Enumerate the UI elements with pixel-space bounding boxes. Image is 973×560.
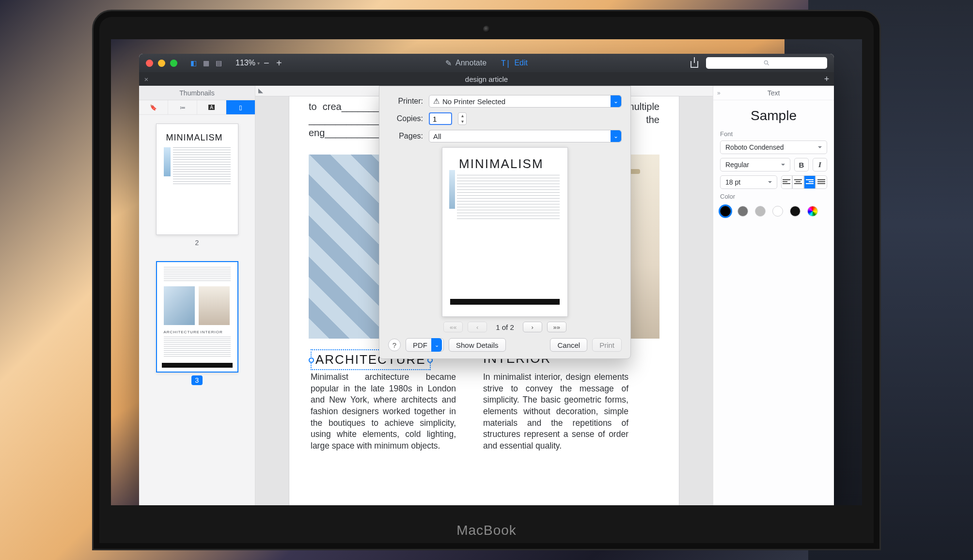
last-page-icon[interactable]: »» [547,322,566,332]
svg-point-0 [764,61,768,64]
close-tab-icon[interactable]: × [139,75,154,83]
color-section-label: Color [713,193,834,203]
dropdown-icon: ⌄ [611,95,621,107]
thumbnail-text-placeholder [164,267,231,281]
font-family-select[interactable]: Roboto Condensed [720,140,827,154]
column-text-left[interactable]: Minimalist architecture became popular i… [311,372,456,451]
zoom-window-icon[interactable] [170,60,177,67]
minimize-window-icon[interactable] [158,60,165,67]
contact-sheet-icon[interactable]: ▤ [212,58,225,68]
text-sample: Sample [713,100,834,130]
font-section-label: Font [713,130,834,140]
document-viewport[interactable]: ◣ to crea_______________________________… [255,86,713,505]
pencil-icon: ✎ [445,59,452,68]
thumbnails-title: Thumbnails [139,86,255,100]
search-input[interactable] [706,57,827,69]
collapse-inspector-icon[interactable]: » [717,90,721,96]
align-center-button[interactable] [792,175,804,189]
zoom-value[interactable]: 113% [235,59,255,67]
printer-value: No Printer Selected [442,97,505,106]
pages-value: All [433,132,441,140]
grid-view-icon[interactable]: ▦ [200,58,212,68]
edit-tool[interactable]: T| Edit [501,59,528,68]
thumbnail-page-2[interactable]: MINIMALISM 2 [156,124,238,247]
color-swatch-gray[interactable] [738,206,748,217]
pdf-menu-button[interactable]: PDF⌄ [406,338,444,352]
print-button[interactable]: Print [592,338,622,352]
search-icon [763,60,770,66]
italic-button[interactable]: I [813,158,827,171]
zoom-out-button[interactable]: − [261,58,272,69]
preview-image-placeholder [449,170,455,209]
thumbnail-image-placeholder [164,286,195,325]
color-swatch-dark[interactable] [790,206,800,217]
color-swatch-black[interactable] [720,206,731,217]
toolbar-right [690,57,834,69]
laptop-brand: MacBook [94,523,879,538]
annotations-mode-icon[interactable]: A [197,100,226,114]
inspector-panel: » Text Sample Font Roboto Condensed Regu… [713,86,834,505]
color-picker-icon[interactable] [807,206,818,217]
close-window-icon[interactable] [146,60,153,67]
cancel-button[interactable]: Cancel [550,338,587,352]
bold-button[interactable]: B [794,158,809,171]
align-left-button[interactable] [781,175,793,189]
preview-text-placeholder [457,175,560,221]
sidebar-toggle-icon[interactable]: ◧ [187,58,200,68]
laptop-screen: ◧ ▦ ▤ 113% ▾ − + ✎ Annotate T| [111,39,862,505]
bookmark-mode-icon[interactable]: 🔖 [139,100,168,114]
app-window: ◧ ▦ ▤ 113% ▾ − + ✎ Annotate T| [139,54,834,505]
zoom-in-button[interactable]: + [273,58,285,69]
thumbnail-number: 2 [156,239,238,247]
font-style-select[interactable]: Regular [720,158,790,171]
tab-strip: × design article + [139,72,834,86]
thumbnail-subheading: INTERIOR [201,330,223,334]
edit-label: Edit [514,59,528,67]
thumbnail-number: 3 [156,376,238,384]
toolbar-center: ✎ Annotate T| Edit [445,59,528,68]
pages-label: Pages: [388,132,423,140]
align-right-button[interactable] [804,175,816,189]
font-size-select[interactable]: 18 pt [720,175,777,189]
thumbnail-image-placeholder [164,147,171,176]
window-body: Thumbnails 🔖 ≔ A ▯ MINIMALISM [139,86,834,505]
thumbnail-footer-bar [162,363,233,368]
color-swatch-white[interactable] [772,206,783,217]
dropdown-icon: ⌄ [611,130,621,142]
text-cursor-icon: T| [501,59,510,68]
align-justify-button[interactable] [816,175,827,189]
zoom-dropdown-icon[interactable]: ▾ [257,61,260,66]
copies-stepper[interactable]: ▴▾ [458,112,467,125]
copies-label: Copies: [388,114,423,123]
annotate-tool[interactable]: ✎ Annotate [445,59,486,68]
help-button[interactable]: ? [388,339,401,351]
outline-mode-icon[interactable]: ≔ [168,100,197,114]
first-page-icon[interactable]: «« [443,322,463,332]
step-down-icon[interactable]: ▾ [458,119,466,124]
step-up-icon[interactable]: ▴ [458,113,466,119]
preview-footer-bar [450,299,560,305]
titlebar: ◧ ▦ ▤ 113% ▾ − + ✎ Annotate T| [139,54,834,72]
thumbnail-subheading: ARCHITECTURE [164,330,200,334]
zoom-control: 113% ▾ − + [235,58,285,69]
share-icon[interactable] [690,58,699,68]
pages-select[interactable]: All ⌄ [429,130,622,142]
ruler-handle-icon[interactable]: ◣ [258,87,263,94]
new-tab-icon[interactable]: + [819,74,834,84]
next-page-icon[interactable]: › [523,322,542,332]
print-dialog: Printer: ⚠ No Printer Selected ⌄ Copies:… [379,86,631,359]
color-swatch-lightgray[interactable] [755,206,766,217]
column-text-right[interactable]: In minimalist interior, design elements … [483,372,628,451]
copies-input[interactable] [429,112,452,125]
thumbnail-page-3[interactable]: ARCHITECTURE INTERIOR 3 [156,261,238,384]
show-details-button[interactable]: Show Details [449,338,506,352]
print-preview: MINIMALISM [442,147,568,317]
printer-select[interactable]: ⚠ No Printer Selected ⌄ [429,95,622,108]
preview-pagination: «« ‹ 1 of 2 › »» [388,322,622,332]
thumbnails-panel: Thumbnails 🔖 ≔ A ▯ MINIMALISM [139,86,255,505]
thumbnails-list[interactable]: MINIMALISM 2 ARCHITECTURE [139,115,255,505]
annotate-label: Annotate [455,59,486,67]
thumbnails-mode-icon[interactable]: ▯ [226,100,255,114]
color-swatches [713,203,834,219]
prev-page-icon[interactable]: ‹ [468,322,487,332]
